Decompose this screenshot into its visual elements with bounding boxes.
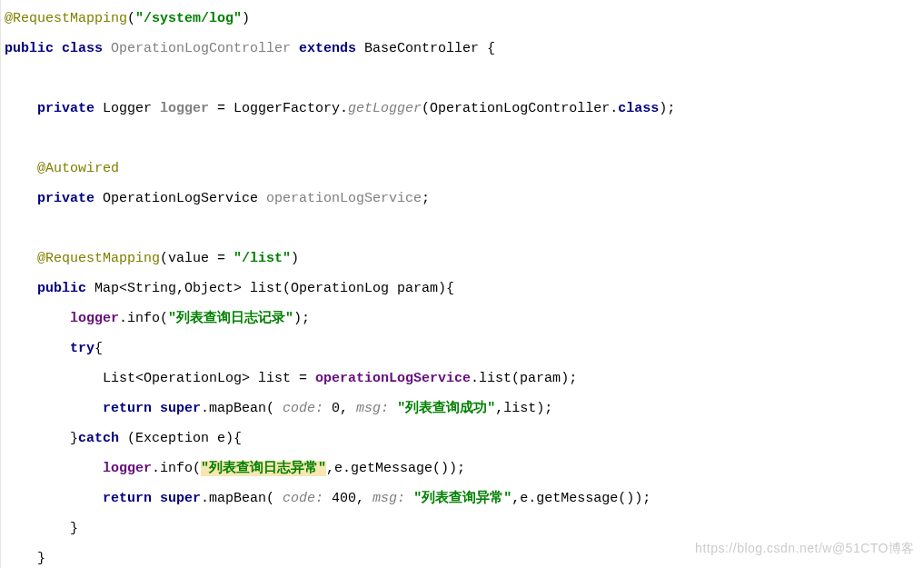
line-7: private OperationLogService operationLog…: [5, 191, 430, 206]
line-13: List<OperationLog> list = operationLogSe…: [5, 371, 577, 386]
line-2: public class OperationLogController exte…: [5, 41, 495, 56]
line-18: }: [5, 521, 78, 536]
line-12: try{: [5, 341, 103, 356]
line-1: @RequestMapping("/system/log"): [5, 11, 250, 26]
watermark: https://blog.csdn.net/w@51CTO博客: [695, 534, 915, 563]
line-15: }catch (Exception e){: [5, 431, 242, 446]
line-9: @RequestMapping(value = "/list"): [5, 251, 299, 266]
line-16: logger.info("列表查询日志异常",e.getMessage());: [5, 461, 465, 476]
line-6: @Autowired: [5, 161, 119, 176]
line-19: }: [5, 551, 45, 566]
line-11: logger.info("列表查询日志记录");: [5, 311, 310, 326]
code-block: @RequestMapping("/system/log") public cl…: [0, 0, 924, 568]
line-17: return super.mapBean( code: 400, msg: "列…: [5, 491, 651, 506]
line-14: return super.mapBean( code: 0, msg: "列表查…: [5, 401, 552, 416]
line-4: private Logger logger = LoggerFactory.ge…: [5, 101, 675, 116]
line-10: public Map<String,Object> list(Operation…: [5, 281, 454, 296]
